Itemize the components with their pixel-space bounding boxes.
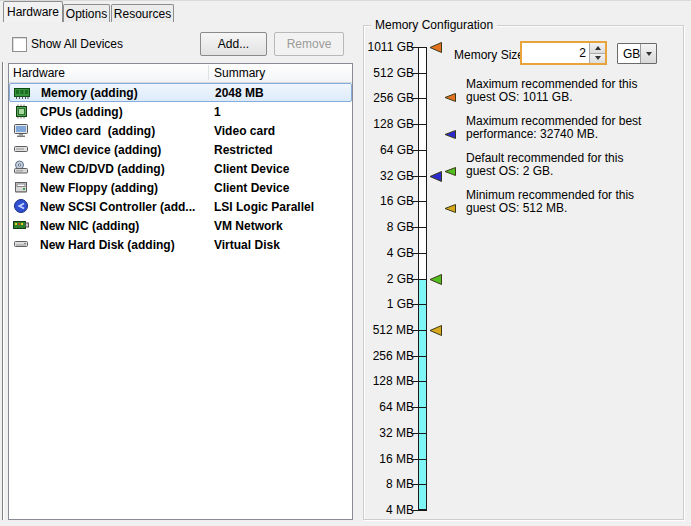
column-separator[interactable] (208, 65, 209, 80)
slider-tick-label: 2 GB (364, 272, 414, 286)
slider-tick-label: 32 MB (364, 426, 414, 440)
slider-tick-label: 256 GB (364, 91, 414, 105)
slider-tick-label: 16 GB (364, 194, 414, 208)
tab-resources-label: Resources (114, 7, 171, 21)
marker-max-performance-icon (429, 171, 442, 185)
device-list-header: Hardware Summary (9, 64, 352, 83)
table-row[interactable]: New Floppy (adding)Client Device (9, 178, 352, 197)
show-all-devices-checkbox[interactable] (12, 37, 27, 52)
table-row[interactable]: Video card (adding)Video card (9, 121, 352, 140)
column-header-hardware[interactable]: Hardware (13, 66, 65, 80)
spin-down-button[interactable] (590, 54, 605, 64)
memory-configuration-group: Memory Configuration 1011 GB512 GB256 GB… (363, 25, 684, 520)
table-row[interactable]: VMCI device (adding)Restricted (9, 140, 352, 159)
memory-slider-fill (419, 280, 426, 510)
device-name: New NIC (adding) (40, 219, 139, 233)
nic-icon (13, 217, 29, 233)
slider-tick-mark (411, 433, 427, 434)
cd-dvd-icon (13, 160, 29, 176)
slider-tick-label: 64 MB (364, 400, 414, 414)
table-row[interactable]: Memory (adding)2048 MB (9, 83, 352, 102)
table-row[interactable]: New Hard Disk (adding)Virtual Disk (9, 235, 352, 254)
left-edge-highlight (3, 62, 4, 520)
floppy-icon (13, 179, 29, 195)
column-header-summary[interactable]: Summary (214, 66, 265, 80)
slider-tick-mark (411, 201, 427, 202)
slider-tick-mark (411, 253, 427, 254)
slider-tick-label: 512 GB (364, 66, 414, 80)
marker-max-guest-os-icon (429, 42, 442, 56)
video-card-icon (13, 122, 29, 138)
slider-tick-mark (411, 381, 427, 382)
chevron-down-icon (646, 52, 652, 56)
device-summary: Client Device (214, 162, 289, 176)
minimum-marker-icon (444, 202, 456, 216)
device-summary: Restricted (214, 143, 273, 157)
slider-tick-mark (411, 304, 427, 305)
device-name: New Hard Disk (adding) (40, 238, 175, 252)
dropdown-button[interactable] (640, 44, 656, 63)
tab-options-label: Options (66, 7, 107, 21)
memory-icon (14, 85, 30, 101)
slider-tick-mark (411, 227, 427, 228)
memory-size-input[interactable]: 2 (522, 43, 589, 63)
table-row[interactable]: New CD/DVD (adding)Client Device (9, 159, 352, 178)
vm-settings-dialog: Hardware Options Resources Show All Devi… (0, 0, 691, 526)
slider-tick-label: 1 GB (364, 297, 414, 311)
max-guest-os-marker-icon (444, 91, 456, 105)
default-marker-icon (444, 165, 456, 179)
remove-button[interactable]: Remove (274, 32, 344, 56)
slider-tick-mark (411, 150, 427, 151)
device-list: Hardware Summary Memory (adding)2048 MBC… (8, 63, 353, 520)
recommendations-list: Maximum recommended for thisguest OS: 10… (442, 78, 674, 226)
tab-hardware-label: Hardware (7, 5, 59, 19)
unit-value: GB (618, 44, 640, 63)
device-summary: VM Network (214, 219, 283, 233)
device-name: VMCI device (adding) (40, 143, 161, 157)
slider-tick-label: 4 GB (364, 246, 414, 260)
slider-tick-label: 32 GB (364, 169, 414, 183)
memory-size-label: Memory Size: (454, 48, 527, 62)
device-summary: Video card (214, 124, 275, 138)
table-row[interactable]: New NIC (adding)VM Network (9, 216, 352, 235)
recommendation-minimum: Minimum recommended for thisguest OS: 51… (442, 189, 674, 215)
slider-tick-label: 8 GB (364, 220, 414, 234)
slider-tick-mark (411, 98, 427, 99)
show-all-devices-label: Show All Devices (31, 37, 123, 51)
spin-up-button[interactable] (590, 43, 605, 54)
max-performance-marker-icon (444, 128, 456, 142)
slider-tick-label: 128 MB (364, 374, 414, 388)
scsi-controller-icon (13, 198, 29, 214)
recommendation-max-guest-os: Maximum recommended for thisguest OS: 10… (442, 78, 674, 104)
down-arrow-icon (595, 56, 601, 60)
slider-tick-label: 4 MB (364, 503, 414, 517)
marker-minimum-icon (429, 325, 442, 339)
slider-tick-mark (411, 330, 427, 331)
device-name: New Floppy (adding) (40, 181, 158, 195)
tab-hardware[interactable]: Hardware (3, 1, 63, 22)
add-button[interactable]: Add... (200, 32, 267, 56)
device-name: Video card (adding) (40, 124, 155, 138)
device-summary: 1 (214, 105, 221, 119)
slider-tick-mark (411, 510, 427, 511)
table-row[interactable]: CPUs (adding)1 (9, 102, 352, 121)
device-summary: Client Device (214, 181, 289, 195)
table-row[interactable]: New SCSI Controller (add...LSI Logic Par… (9, 197, 352, 216)
slider-tick-label: 16 MB (364, 452, 414, 466)
slider-tick-mark (411, 124, 427, 125)
tab-options[interactable]: Options (63, 4, 110, 22)
device-summary: LSI Logic Parallel (214, 200, 314, 214)
tab-resources[interactable]: Resources (111, 4, 174, 22)
spin-buttons (589, 43, 605, 63)
device-name: Memory (adding) (41, 86, 138, 100)
marker-default-icon (429, 274, 442, 288)
slider-tick-label: 256 MB (364, 349, 414, 363)
device-rows: Memory (adding)2048 MBCPUs (adding)1Vide… (9, 83, 352, 254)
memory-size-spinner: 2 (520, 41, 607, 65)
slider-tick-label: 128 GB (364, 117, 414, 131)
slider-tick-label: 64 GB (364, 143, 414, 157)
vmci-device-icon (13, 141, 29, 157)
unit-select[interactable]: GB (617, 43, 657, 64)
recommendation-text: Maximum recommended for bestperformance:… (466, 115, 674, 141)
slider-tick-mark (411, 356, 427, 357)
